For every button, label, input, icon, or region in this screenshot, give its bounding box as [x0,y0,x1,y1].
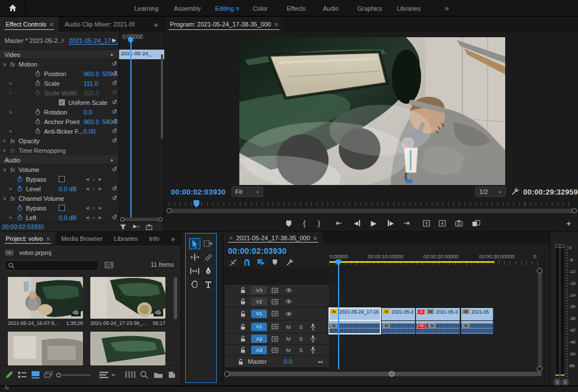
param-label[interactable]: Rotation [44,107,67,117]
step-forward-button[interactable]: ▶ [388,220,394,226]
lock-icon[interactable] [240,298,246,305]
param-label[interactable]: Anchor Point [44,117,80,126]
reset-icon[interactable]: ↺ [112,59,117,69]
tab-overflow-icon[interactable]: » [148,17,164,32]
sync-lock-icon[interactable] [272,324,278,329]
export-icon[interactable] [146,224,152,230]
clip-thumbnail[interactable] [90,277,165,319]
track-target-a2[interactable]: A2 [251,334,267,343]
timeline-clip-video[interactable]: fx 2021-05-24_17-16 [329,308,380,320]
param-value[interactable]: 0.00 [84,126,95,136]
bypass-checkbox[interactable] [59,176,65,182]
v-scroll-handle-bottom[interactable] [537,366,542,372]
track-lane-a3[interactable] [329,345,544,356]
playback-resolution-dropdown[interactable]: 1/2∨ [475,187,506,197]
mic-icon[interactable] [310,335,316,342]
close-icon[interactable]: × [229,235,233,241]
reset-icon[interactable]: ↺ [112,117,117,126]
keyframe-nav-icons[interactable]: ◀ ◇ ▶ [86,174,103,184]
sync-lock-icon[interactable] [272,299,278,305]
workspace-libraries[interactable]: Libraries [397,0,421,16]
selection-tool[interactable] [189,238,200,249]
timeline-h-scrollbar[interactable] [226,372,542,376]
ripple-edit-tool[interactable] [189,252,200,263]
reset-icon[interactable]: ↺ [112,193,117,203]
project-breadcrumb[interactable]: volvo.prproj [19,249,51,256]
reset-icon[interactable]: ↺ [112,107,117,117]
project-scrollbar[interactable] [174,277,177,319]
ec-section-audio[interactable]: Audio ▲ [0,155,119,165]
param-label[interactable]: Level [26,184,41,193]
clip-thumbnail[interactable] [8,277,83,319]
clip-name[interactable]: 2021-05-24_16-07-5... [8,320,59,326]
eye-icon[interactable] [285,299,292,304]
keyframe-nav-icons[interactable]: ◀ ◇ ▶ [86,184,103,193]
find-icon[interactable] [140,371,148,379]
ec-mini-timeline[interactable]: 0:00000 2021-05-24_ [119,32,164,222]
lock-icon[interactable] [240,311,246,317]
v-scroll-handle-top[interactable] [537,268,542,274]
effect-label[interactable]: Channel Volume [19,193,64,203]
twirl-icon[interactable]: ∨ [3,193,7,203]
twirl-icon[interactable]: > [9,184,12,193]
keyframe-nav-icons[interactable]: ◀ ◇ ▶ [86,213,103,222]
effect-label[interactable]: Motion [19,59,37,69]
track-target-v2[interactable]: V2 [251,297,267,306]
uniform-scale-checkbox[interactable]: ✓ [59,99,65,105]
ec-section-video[interactable]: Video ▲ [0,50,119,59]
keyframe-nav-icons[interactable]: ◀ ◇ ▶ [86,203,103,213]
workspace-overflow[interactable]: » [445,0,449,16]
play-audio-icon[interactable]: ▶♪ [133,223,139,229]
effect-label[interactable]: Volume [19,165,40,174]
workspace-color[interactable]: Color [253,0,268,16]
workspace-learning[interactable]: Learning [134,0,159,16]
snap-magnet-icon[interactable] [243,259,251,266]
mini-h-scrollbar[interactable] [121,218,162,221]
param-value[interactable]: 0.0 dB [59,184,77,193]
writable-pen-icon[interactable] [5,371,14,380]
fx-icon[interactable]: fx [10,165,15,174]
twirl-icon[interactable]: > [9,107,12,117]
reset-icon[interactable]: ↺ [112,78,117,88]
fx-icon[interactable]: fx [10,59,15,69]
new-bin-icon[interactable] [154,371,163,378]
work-area-bar[interactable] [330,261,494,263]
ec-timecode[interactable]: 00:00:02:03930 [2,224,44,230]
reset-icon[interactable]: ↺ [112,136,117,146]
master-track-label[interactable]: Master [248,358,267,365]
stopwatch-icon[interactable] [17,203,23,213]
stopwatch-icon[interactable] [17,213,23,222]
add-marker-icon[interactable] [286,220,292,227]
param-value[interactable]: 0.0 dB [59,213,77,222]
sync-lock-icon[interactable] [272,336,278,342]
reset-icon[interactable]: ↺ [112,126,117,136]
nest-insert-icon[interactable] [229,259,237,266]
solo-button[interactable]: S [299,324,303,330]
twirl-icon[interactable]: > [3,146,6,155]
param-label[interactable]: Scale [44,78,60,88]
twirl-icon[interactable]: ∨ [3,165,7,174]
tab-sequence[interactable]: × 2021-05-24_17-38-35_000 ≡ [224,232,323,244]
panel-menu-icon[interactable]: ≡ [274,21,278,28]
twirl-icon[interactable]: > [9,88,12,98]
workspace-effects[interactable]: Effects [287,0,305,16]
mini-scroll-handle-right[interactable] [158,217,163,222]
mute-button[interactable]: M [286,347,291,353]
track-lane-v2[interactable] [329,296,544,307]
scroll-handle-right[interactable] [572,208,577,213]
sync-lock-icon[interactable] [272,347,278,353]
step-back-button[interactable]: ◀ [354,220,360,226]
program-video[interactable] [239,37,505,185]
track-target-a1[interactable]: A1 [251,323,267,331]
project-root-icon[interactable] [5,249,14,256]
bypass-checkbox[interactable] [59,205,65,211]
comparison-view-icon[interactable] [472,220,480,227]
timeline-v-scrollbar[interactable] [538,270,542,367]
stopwatch-icon[interactable] [17,184,23,193]
workspace-audio[interactable]: Audio [323,0,339,16]
reset-icon[interactable]: ↺ [112,98,117,107]
mic-icon[interactable] [310,346,316,354]
tab-libraries[interactable]: Libraries [108,232,143,245]
razor-tool[interactable] [203,252,214,263]
twirl-icon[interactable]: > [9,126,12,136]
